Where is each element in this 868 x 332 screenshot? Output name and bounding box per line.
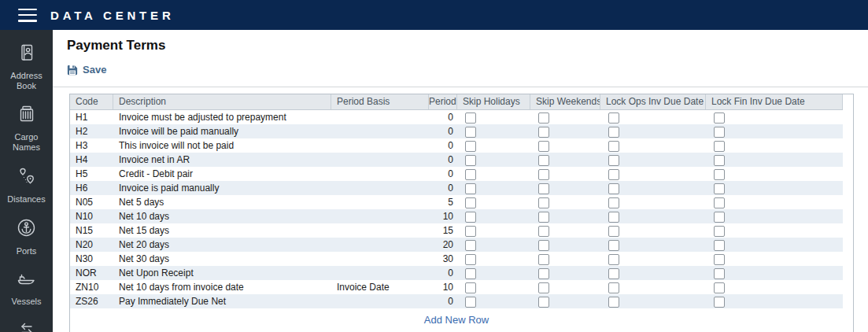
period-cell[interactable]: 0 <box>429 294 457 308</box>
period-basis-cell[interactable] <box>331 124 429 138</box>
lock-ops-inv-due-date-checkbox[interactable] <box>608 240 619 251</box>
period-basis-cell[interactable]: Invoice Date <box>331 280 429 294</box>
skip-weekends-checkbox[interactable] <box>538 155 549 166</box>
lock-ops-inv-due-date-checkbox[interactable] <box>608 197 619 208</box>
skip-holidays-checkbox[interactable] <box>465 113 476 124</box>
description-cell[interactable]: Invoice is paid manually <box>113 181 331 195</box>
skip-weekends-checkbox[interactable] <box>538 226 549 237</box>
skip-holidays-checkbox[interactable] <box>465 226 476 237</box>
code-cell[interactable]: N05 <box>70 195 113 209</box>
lock-ops-inv-due-date-checkbox[interactable] <box>608 169 619 180</box>
period-basis-cell[interactable] <box>331 223 429 238</box>
description-cell[interactable]: This invoice will not be paid <box>113 138 331 153</box>
code-cell[interactable]: N20 <box>70 238 113 252</box>
code-cell[interactable]: NOR <box>70 266 113 280</box>
add-new-row-button[interactable]: Add New Row <box>70 314 843 326</box>
skip-holidays-checkbox[interactable] <box>465 240 476 251</box>
period-basis-cell[interactable] <box>331 266 429 280</box>
code-cell[interactable]: H4 <box>70 153 113 167</box>
lock-fin-inv-due-date-checkbox[interactable] <box>714 226 725 237</box>
period-cell[interactable]: 10 <box>429 280 457 294</box>
skip-weekends-checkbox[interactable] <box>538 169 549 180</box>
period-cell[interactable]: 0 <box>429 181 457 195</box>
lock-ops-inv-due-date-checkbox[interactable] <box>608 254 619 265</box>
lock-ops-inv-due-date-checkbox[interactable] <box>608 282 619 293</box>
lock-fin-inv-due-date-checkbox[interactable] <box>714 254 725 265</box>
description-cell[interactable]: Pay Immediately Due Net <box>113 294 331 308</box>
lock-ops-inv-due-date-checkbox[interactable] <box>608 127 619 138</box>
period-cell[interactable]: 10 <box>429 209 457 223</box>
skip-holidays-checkbox[interactable] <box>465 183 476 194</box>
period-cell[interactable]: 0 <box>429 266 457 280</box>
period-cell[interactable]: 0 <box>429 124 457 138</box>
period-basis-cell[interactable] <box>331 294 429 308</box>
code-cell[interactable]: ZN10 <box>70 280 113 294</box>
code-cell[interactable]: H3 <box>70 138 113 153</box>
period-basis-cell[interactable] <box>331 153 429 167</box>
period-cell[interactable]: 15 <box>429 223 457 238</box>
description-cell[interactable]: Net 10 days <box>113 209 331 223</box>
lock-fin-inv-due-date-checkbox[interactable] <box>714 212 725 223</box>
save-button[interactable]: Save <box>67 64 106 76</box>
lock-fin-inv-due-date-checkbox[interactable] <box>714 268 725 279</box>
skip-holidays-checkbox[interactable] <box>465 212 476 223</box>
period-basis-cell[interactable] <box>331 181 429 195</box>
lock-ops-inv-due-date-checkbox[interactable] <box>608 183 619 194</box>
lock-fin-inv-due-date-checkbox[interactable] <box>714 141 725 152</box>
skip-holidays-checkbox[interactable] <box>465 297 476 308</box>
code-cell[interactable]: H2 <box>70 124 113 138</box>
lock-ops-inv-due-date-checkbox[interactable] <box>608 141 619 152</box>
lock-ops-inv-due-date-checkbox[interactable] <box>608 297 619 308</box>
code-cell[interactable]: H6 <box>70 181 113 195</box>
sidebar-item-address-book[interactable]: Address Book <box>3 42 50 90</box>
skip-holidays-checkbox[interactable] <box>465 282 476 293</box>
period-cell[interactable]: 0 <box>429 138 457 153</box>
skip-holidays-checkbox[interactable] <box>465 155 476 166</box>
lock-ops-inv-due-date-checkbox[interactable] <box>608 226 619 237</box>
description-cell[interactable]: Invoice will be paid manually <box>113 124 331 138</box>
period-cell[interactable]: 0 <box>429 110 457 124</box>
description-cell[interactable]: Net 20 days <box>113 238 331 252</box>
skip-weekends-checkbox[interactable] <box>538 297 549 308</box>
skip-weekends-checkbox[interactable] <box>538 183 549 194</box>
skip-weekends-checkbox[interactable] <box>538 197 549 208</box>
code-cell[interactable]: H1 <box>70 110 113 124</box>
skip-weekends-checkbox[interactable] <box>538 212 549 223</box>
period-cell[interactable]: 0 <box>429 153 457 167</box>
skip-weekends-checkbox[interactable] <box>538 268 549 279</box>
skip-weekends-checkbox[interactable] <box>538 282 549 293</box>
lock-fin-inv-due-date-checkbox[interactable] <box>714 127 725 138</box>
sidebar-item-cargo-names[interactable]: Cargo Names <box>3 104 50 152</box>
sidebar-item-ports[interactable]: Ports <box>3 217 50 256</box>
lock-fin-inv-due-date-checkbox[interactable] <box>714 282 725 293</box>
code-cell[interactable]: H5 <box>70 167 113 181</box>
lock-fin-inv-due-date-checkbox[interactable] <box>714 240 725 251</box>
period-basis-cell[interactable] <box>331 167 429 181</box>
lock-fin-inv-due-date-checkbox[interactable] <box>714 155 725 166</box>
period-basis-cell[interactable] <box>331 238 429 252</box>
period-cell[interactable]: 5 <box>429 195 457 209</box>
skip-holidays-checkbox[interactable] <box>465 141 476 152</box>
period-basis-cell[interactable] <box>331 209 429 223</box>
description-cell[interactable]: Net 15 days <box>113 223 331 238</box>
lock-ops-inv-due-date-checkbox[interactable] <box>608 268 619 279</box>
lock-fin-inv-due-date-checkbox[interactable] <box>714 197 725 208</box>
sidebar-item-vessels[interactable]: Vessels <box>3 270 50 307</box>
period-basis-cell[interactable] <box>331 252 429 266</box>
skip-weekends-checkbox[interactable] <box>538 254 549 265</box>
skip-holidays-checkbox[interactable] <box>465 268 476 279</box>
description-cell[interactable]: Net 30 days <box>113 252 331 266</box>
skip-weekends-checkbox[interactable] <box>538 240 549 251</box>
period-cell[interactable]: 20 <box>429 238 457 252</box>
description-cell[interactable]: Net 5 days <box>113 195 331 209</box>
description-cell[interactable]: Invoice net in AR <box>113 153 331 167</box>
period-cell[interactable]: 0 <box>429 167 457 181</box>
lock-fin-inv-due-date-checkbox[interactable] <box>714 113 725 124</box>
description-cell[interactable]: Net 10 days from invoice date <box>113 280 331 294</box>
period-basis-cell[interactable] <box>331 138 429 153</box>
skip-holidays-checkbox[interactable] <box>465 169 476 180</box>
sidebar-item-distances[interactable]: Distances <box>3 166 50 205</box>
hamburger-menu-icon[interactable] <box>18 9 37 22</box>
lock-fin-inv-due-date-checkbox[interactable] <box>714 183 725 194</box>
skip-holidays-checkbox[interactable] <box>465 254 476 265</box>
